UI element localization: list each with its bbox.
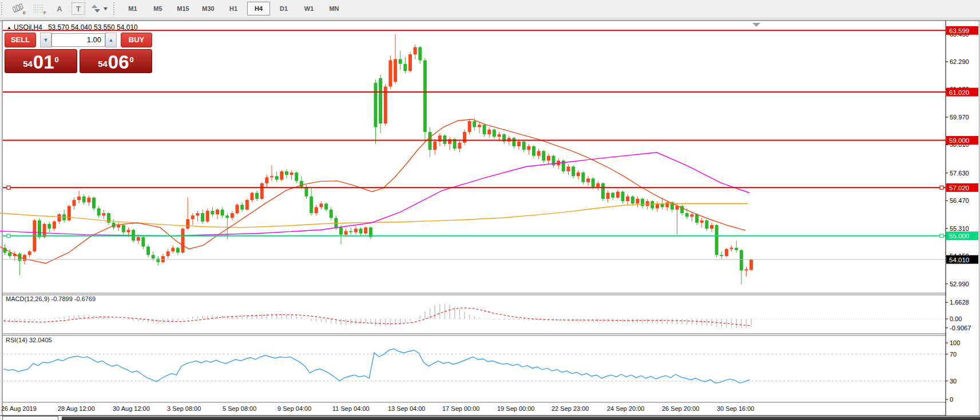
macd-label: MACD(12,26,9) -0.7899 -0.6769 [6, 295, 96, 302]
chart-title: ▲USOil,H453.570 54.040 53.550 54.010 [7, 23, 138, 31]
rsi-label: RSI(14) 32.0405 [6, 337, 52, 343]
one-click-trading-panel: SELL ▼ 1.00 ▲ BUY 54 01 0 54 06 0 [5, 33, 152, 73]
price-badge-label: 63.599 [949, 27, 969, 34]
line-handle[interactable] [7, 234, 10, 238]
time-label: 11 Sep 04:00 [332, 405, 370, 412]
sell-button[interactable]: SELL [5, 33, 36, 47]
price-tick: 62.290 [950, 58, 969, 65]
time-label: 24 Sep 20:00 [607, 405, 644, 412]
time-label: 30 Sep 16:00 [717, 405, 754, 412]
bid-pip-digit: 0 [55, 51, 59, 69]
time-label: 9 Sep 04:00 [277, 405, 311, 412]
volume-input[interactable]: 1.00 [51, 33, 105, 47]
time-label: 30 Aug 12:00 [113, 405, 150, 412]
price-tick: 52.990 [950, 281, 969, 287]
time-label: 22 Sep 23:00 [552, 405, 589, 412]
price-badge-label: 57.020 [949, 185, 969, 191]
rsi-scale-tick: 100 [950, 339, 960, 346]
time-label: 13 Sep 04:00 [388, 405, 425, 412]
rsi-scale-tick: 0 [950, 396, 953, 403]
bid-prefix: 54 [23, 57, 33, 71]
line-handle[interactable] [7, 186, 10, 189]
price-badge-label: 54.010 [949, 257, 969, 263]
buy-button[interactable]: BUY [121, 33, 152, 47]
time-label: 28 Aug 12:00 [58, 405, 95, 412]
ask-quote[interactable]: 54 06 0 [80, 49, 152, 73]
volume-increase-button[interactable]: ▲ [105, 33, 117, 47]
price-tick: 59.970 [950, 114, 969, 121]
macd-scale-tick: 0.00 [950, 315, 962, 322]
symbol-label: USOil,H4 [14, 23, 42, 31]
price-badge-label: 59.000 [949, 137, 969, 144]
price-tick: 56.470 [950, 197, 969, 204]
volume-decrease-button[interactable]: ▼ [40, 33, 51, 47]
ask-big-digits: 06 [108, 53, 129, 71]
time-label: 19 Sep 00:00 [497, 405, 534, 412]
bid-quote[interactable]: 54 01 0 [5, 49, 77, 73]
ohlc-values: 53.570 54.040 53.550 54.010 [48, 23, 138, 31]
time-label: 26 Aug 2019 [1, 405, 37, 412]
price-tick: 57.630 [950, 170, 969, 177]
volume-stepper: ▼ 1.00 ▲ [40, 33, 117, 47]
time-label: 3 Sep 08:00 [167, 405, 201, 412]
macd-scale-tick: -0.9067 [950, 325, 971, 331]
ask-prefix: 54 [98, 57, 108, 71]
time-label: 5 Sep 08:00 [223, 405, 256, 412]
rsi-scale-tick: 70 [950, 351, 957, 358]
line-handle[interactable] [940, 186, 943, 189]
symbol-marker-icon: ▲ [7, 25, 11, 30]
line-handle[interactable] [940, 234, 943, 238]
rsi-scale-tick: 30 [950, 378, 957, 385]
ask-pip-digit: 0 [130, 51, 134, 69]
time-label: 26 Sep 20:00 [662, 405, 699, 412]
chart-area[interactable] [2, 21, 979, 415]
price-badge-label: 61.020 [949, 89, 969, 96]
bid-big-digits: 01 [33, 53, 54, 71]
time-label: 17 Sep 00:00 [442, 405, 479, 412]
macd-scale-tick: 1.6628 [950, 299, 969, 306]
price-badge-label: 55.000 [949, 233, 969, 239]
price-tick: 55.310 [950, 225, 969, 232]
trading-platform: { "toolbar": { "icons": [ {"name": "char… [0, 0, 980, 420]
